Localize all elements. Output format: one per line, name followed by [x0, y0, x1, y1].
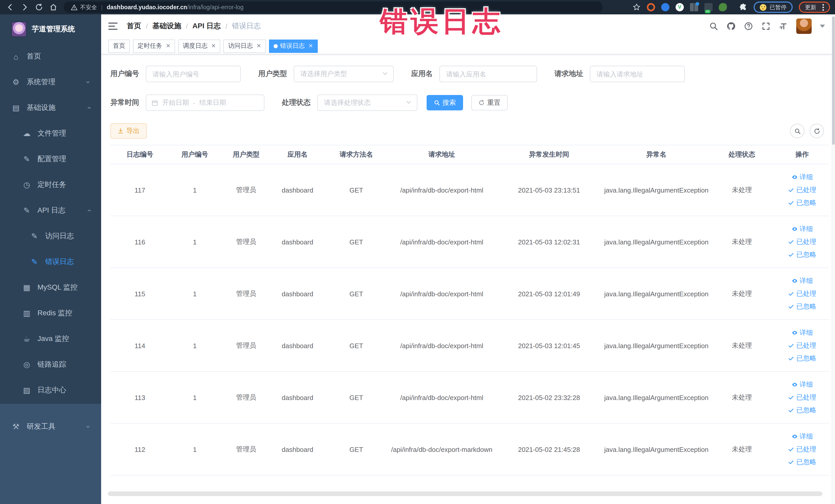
sidebar-item-system-mgmt[interactable]: ⚙系统管理› — [0, 69, 101, 95]
mark-processed-link[interactable]: 已处理 — [788, 237, 816, 246]
sidebar-item-api-log[interactable]: ✎API 日志› — [0, 198, 101, 223]
mark-processed-link[interactable]: 已处理 — [788, 289, 816, 298]
cell: 2021-05-03 12:01:49 — [494, 290, 604, 298]
column-header: 应用名 — [272, 150, 323, 159]
mark-processed-link[interactable]: 已处理 — [788, 445, 816, 454]
reload-icon[interactable] — [35, 3, 43, 11]
bookmark-star-icon[interactable] — [632, 3, 641, 11]
user-menu-caret-icon[interactable] — [820, 25, 825, 28]
user-id-input[interactable] — [146, 66, 241, 82]
tab-调度日志[interactable]: 调度日志✕ — [178, 39, 220, 53]
user-avatar[interactable] — [796, 19, 812, 34]
mark-processed-link[interactable]: 已处理 — [788, 393, 816, 402]
app-logo-row[interactable]: 芋道管理系统 — [0, 14, 101, 44]
sidebar-item-file-mgmt[interactable]: ☁文件管理 — [0, 121, 101, 146]
sidebar-item-config-mgmt[interactable]: ✎配置管理 — [0, 146, 101, 172]
close-icon[interactable]: ✕ — [257, 43, 261, 49]
chevron-down-icon — [406, 98, 412, 107]
detail-link[interactable]: 详细 — [791, 224, 813, 234]
tab-定时任务[interactable]: 定时任务✕ — [133, 39, 175, 53]
sidebar-item-redis-monitor[interactable]: ▥Redis 监控 — [0, 300, 101, 326]
sidebar-menu: ⌂首页⚙系统管理›▤基础设施›☁文件管理✎配置管理◷定时任务✎API 日志›✎访… — [0, 44, 101, 403]
search-icon[interactable] — [709, 22, 718, 31]
browser-menu-icon[interactable] — [822, 4, 824, 11]
breadcrumb-item[interactable]: 基础设施 — [152, 22, 181, 31]
address-bar[interactable]: 不安全 | dashboard.yudao.iocoder.cn/infra/l… — [64, 2, 603, 13]
sidebar-item-log-center[interactable]: ▨日志中心 — [0, 378, 101, 403]
divider: | — [101, 4, 103, 10]
help-icon[interactable] — [744, 22, 753, 31]
forward-icon[interactable] — [21, 3, 29, 11]
sidebar-item-access-log[interactable]: ✎访问日志 — [0, 223, 101, 249]
mark-ignored-link[interactable]: 已忽略 — [788, 198, 816, 207]
ext-grid-icon[interactable] — [690, 3, 698, 11]
font-size-icon[interactable] — [779, 22, 788, 31]
sidebar-item-home[interactable]: ⌂首页 — [0, 44, 101, 69]
detail-link[interactable]: 详细 — [791, 173, 813, 182]
ext-on-icon[interactable] — [704, 3, 713, 11]
detail-link[interactable]: 详细 — [791, 380, 813, 389]
table-row: 1141管理员dashboardGET/api/infra/db-doc/exp… — [110, 320, 829, 372]
search-button[interactable]: 搜索 — [427, 95, 463, 110]
exception-time-range-picker[interactable]: 开始日期 - 结束日期 — [146, 95, 264, 111]
app-logo — [11, 21, 27, 37]
process-status-label: 处理状态 — [282, 98, 311, 107]
tab-访问日志[interactable]: 访问日志✕ — [224, 39, 266, 53]
export-button[interactable]: 导出 — [110, 123, 147, 139]
process-status-select[interactable]: 请选择处理状态 — [317, 95, 418, 111]
mark-processed-link[interactable]: 已处理 — [788, 341, 816, 350]
sidebar-item-mysql-monitor[interactable]: ▦MySQL 监控 — [0, 275, 101, 300]
mark-ignored-link[interactable]: 已忽略 — [788, 302, 816, 311]
mark-ignored-link[interactable]: 已忽略 — [788, 406, 816, 415]
detail-link[interactable]: 详细 — [791, 432, 813, 441]
scrollbar-thumb[interactable] — [832, 16, 835, 145]
request-url-input[interactable] — [590, 66, 685, 82]
breadcrumb-item[interactable]: API 日志 — [192, 22, 221, 31]
close-icon[interactable]: ✕ — [308, 43, 313, 49]
mark-ignored-link[interactable]: 已忽略 — [788, 458, 816, 467]
sidebar-item-infrastructure[interactable]: ▤基础设施› — [0, 95, 101, 121]
eye-icon — [791, 174, 797, 180]
sidebar-toggle-icon[interactable] — [108, 23, 118, 30]
home-icon[interactable] — [49, 3, 58, 11]
tab-错误日志[interactable]: 错误日志✕ — [269, 39, 318, 53]
cell: 管理员 — [220, 289, 272, 298]
close-icon[interactable]: ✕ — [211, 43, 216, 49]
app-name-input[interactable] — [440, 66, 537, 82]
ext-blue-icon[interactable] — [661, 3, 669, 11]
paused-extension-pill[interactable]: 已暂停 — [754, 2, 793, 13]
fullscreen-icon[interactable] — [761, 22, 771, 31]
close-icon[interactable]: ✕ — [166, 43, 170, 49]
search-toggle-icon[interactable] — [790, 124, 805, 138]
cell: dashboard — [272, 290, 323, 298]
sidebar-item-dev-tools[interactable]: ⚒研发工具› — [0, 414, 101, 440]
sidebar-item-trace[interactable]: ◎链路追踪 — [0, 352, 101, 378]
chrome-update-pill[interactable]: 更新 — [799, 2, 830, 13]
check-icon — [788, 343, 794, 349]
horizontal-scrollbar-thumb[interactable] — [108, 491, 822, 496]
sidebar-item-error-log[interactable]: ✎错误日志 — [0, 249, 101, 275]
detail-link[interactable]: 详细 — [791, 276, 813, 285]
ext-green-v-icon[interactable]: V — [676, 3, 684, 11]
back-icon[interactable] — [6, 3, 14, 11]
reset-button[interactable]: 重置 — [471, 95, 508, 110]
ext-orange-icon[interactable] — [647, 3, 655, 11]
detail-link[interactable]: 详细 — [791, 328, 813, 337]
github-icon[interactable] — [727, 22, 736, 31]
cell: GET — [323, 394, 390, 401]
refresh-icon[interactable] — [810, 124, 824, 138]
url-domain[interactable]: dashboard.yudao.iocoder.cn — [107, 4, 187, 10]
mark-processed-link[interactable]: 已处理 — [788, 185, 816, 195]
mark-ignored-link[interactable]: 已忽略 — [788, 354, 816, 363]
security-warning[interactable]: 不安全 — [71, 3, 97, 11]
sidebar-item-java-monitor[interactable]: ☕Java 监控 — [0, 326, 101, 352]
puzzle-icon[interactable] — [739, 3, 748, 11]
breadcrumb-item[interactable]: 首页 — [127, 22, 141, 31]
user-type-select[interactable]: 请选择用户类型 — [294, 66, 394, 82]
mark-ignored-link[interactable]: 已忽略 — [788, 250, 816, 259]
ext-plant-icon[interactable] — [719, 3, 727, 11]
url-path[interactable]: /infra/log/api-error-log — [187, 4, 244, 10]
tab-首页[interactable]: 首页 — [108, 39, 130, 53]
sidebar-item-cron-job[interactable]: ◷定时任务 — [0, 172, 101, 198]
vertical-scrollbar[interactable] — [832, 14, 835, 504]
